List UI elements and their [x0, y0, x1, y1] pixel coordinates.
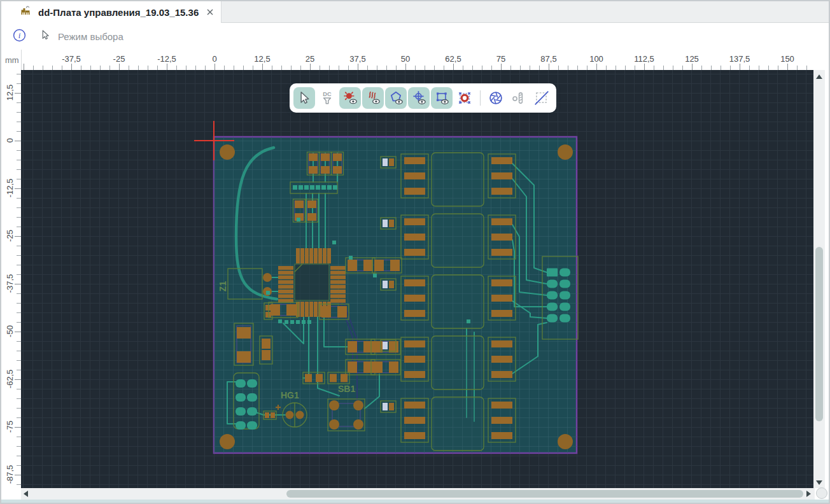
document-tab[interactable]: dd-Плата управления_19.03_15.36	[11, 1, 222, 23]
regions-visibility-button[interactable]	[431, 87, 453, 109]
tab-title: dd-Плата управления_19.03_15.36	[38, 7, 199, 18]
pads-visibility-button[interactable]	[339, 87, 361, 109]
polygon-eye-icon	[388, 90, 404, 106]
via-eye-icon	[411, 90, 427, 106]
app-window: dd-Плата управления_19.03_15.36 i Режим …	[0, 0, 830, 504]
board-outline-button[interactable]	[531, 87, 552, 109]
ruler-unit-corner: mm	[1, 50, 21, 70]
label-sb1: SB1	[338, 384, 355, 394]
padstacks-visibility-button[interactable]	[454, 87, 475, 109]
scroll-right-arrow[interactable]	[806, 491, 811, 497]
cursor-mode-icon	[39, 29, 52, 44]
vertical-ruler: 12,50-12,5-25-37,5-50-62,5-75-87,5	[1, 70, 21, 488]
mode-toolbar: i Режим выбора	[1, 23, 829, 50]
horizontal-scroll-thumb[interactable]	[286, 490, 803, 498]
scroll-corner	[816, 487, 827, 499]
board-outline-icon	[533, 90, 550, 106]
pcb-board: Z1	[21, 70, 813, 488]
select-tool-button[interactable]	[293, 87, 315, 109]
pad-eye-icon	[342, 90, 358, 106]
vias-visibility-button[interactable]	[408, 87, 430, 109]
pcb-project-icon	[19, 4, 32, 20]
aperture-icon	[488, 90, 504, 106]
scroll-left-arrow[interactable]	[24, 491, 28, 497]
info-icon[interactable]: i	[12, 28, 27, 45]
cursor-icon	[296, 90, 313, 106]
floating-tool-palette: DC	[290, 83, 556, 113]
svg-text:i: i	[18, 30, 21, 39]
tab-close-icon[interactable]	[205, 6, 215, 18]
label-z1: Z1	[218, 281, 228, 292]
ruler-unit-label: mm	[5, 55, 19, 65]
pcb-canvas[interactable]: Z1	[21, 70, 813, 488]
mode-label: Режим выбора	[58, 31, 123, 42]
window-bottom-strip	[1, 500, 829, 503]
scroll-up-arrow[interactable]	[816, 74, 822, 79]
toolbar-separator	[480, 90, 481, 106]
polygons-visibility-button[interactable]	[385, 87, 407, 109]
traces-visibility-button[interactable]	[362, 87, 384, 109]
vertical-scrollbar[interactable]	[813, 70, 825, 488]
region-eye-icon	[433, 90, 450, 106]
tab-bar-lead	[1, 1, 11, 23]
drill-icon	[510, 90, 527, 106]
trace-eye-icon	[365, 90, 381, 106]
dc-filter-icon: DC	[319, 90, 335, 106]
padstack-icon	[456, 90, 473, 106]
drill-holes-button[interactable]	[508, 87, 530, 109]
tab-bar: dd-Плата управления_19.03_15.36	[1, 1, 829, 23]
horizontal-scrollbar[interactable]	[21, 488, 815, 500]
dc-filter-button[interactable]: DC	[316, 87, 338, 109]
scroll-down-arrow[interactable]	[816, 480, 822, 485]
label-hg1: HG1	[281, 390, 299, 400]
aperture-tool-button[interactable]	[485, 87, 507, 109]
vertical-scroll-thumb[interactable]	[815, 247, 823, 421]
horizontal-ruler: -37,5-25-12,5012,52537,55062,57587,51001…	[21, 50, 814, 70]
svg-text:DC: DC	[323, 91, 332, 97]
